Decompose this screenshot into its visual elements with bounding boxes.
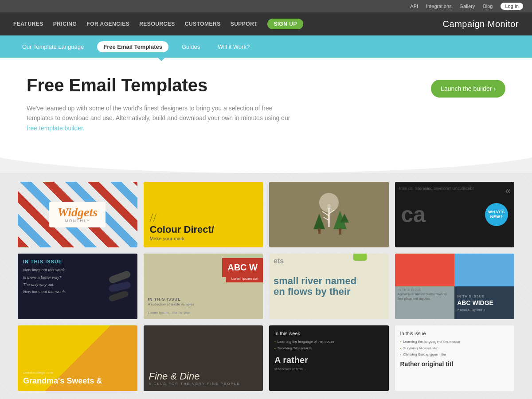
- brand-logo: Campaign Monitor: [443, 19, 519, 29]
- thisweek-item-1: •Learning the language of the moose: [274, 339, 383, 345]
- dark-letter: ca: [401, 202, 426, 227]
- template-card-thisweek[interactable]: In this week •Learning the language of t…: [269, 325, 389, 391]
- colour-subtitle: Make your mark: [150, 236, 257, 241]
- main-nav: FEATURES PRICING FOR AGENCIES RESOURCES …: [0, 12, 532, 35]
- templates-section: Widgets MONTHLY // Colour Direct/ Make y…: [0, 173, 532, 399]
- hero-section: Free Email Templates We've teamed up wit…: [0, 58, 532, 146]
- finedine-title: Fine & Dine: [149, 371, 258, 382]
- nav-customers[interactable]: CUSTOMERS: [185, 21, 221, 27]
- subnav-free-templates[interactable]: Free Email Templates: [97, 41, 168, 52]
- finedine-subtitle: A CLUB FOR THE VERY FINE PEOPLE: [149, 382, 258, 386]
- launch-builder-button[interactable]: Launch the builder ›: [431, 80, 505, 98]
- colour-quote: //: [150, 213, 257, 223]
- template-card-thisissue2[interactable]: In this issue •Learning the language of …: [395, 325, 515, 391]
- template-card-grandma[interactable]: sweetscollege.com Grandma's Sweets &: [18, 325, 137, 391]
- templates-row-2: IN THIS ISSUE New lines out this week. I…: [18, 254, 514, 319]
- thisweek-main: A rather: [274, 355, 383, 365]
- widgets-subtitle: MONTHLY: [57, 219, 98, 223]
- hero-text: Free Email Templates We've teamed up wit…: [27, 75, 293, 133]
- svg-marker-2: [313, 214, 325, 229]
- nav-agencies[interactable]: FOR AGENCIES: [86, 21, 129, 27]
- textile-lorem2: Lorem Ipsum... the far Wor: [148, 311, 259, 315]
- subnav-will-it-work[interactable]: Will it Work?: [213, 41, 254, 52]
- template-card-colour[interactable]: // Colour Direct/ Make your mark: [144, 182, 263, 247]
- nav-resources[interactable]: RESOURCES: [139, 21, 175, 27]
- gallery-link[interactable]: Gallery: [460, 4, 475, 9]
- template-card-abcwidget[interactable]: IN THIS ISSUE A small river named Duden …: [395, 254, 515, 319]
- hero-description: We've teamed up with some of the world's…: [27, 103, 293, 133]
- template-card-dark[interactable]: from us. Interested anymore? Unsubscribe…: [395, 182, 515, 247]
- sub-nav: Our Template Language Free Email Templat…: [0, 35, 532, 58]
- abc-lorem: Lorem ipsum dol: [226, 275, 263, 282]
- thisweek-lorem: Maecenas ut ferm...: [274, 367, 383, 371]
- abc-dark-block: IN THIS ISSUE ABC WIDGE A small r... by …: [454, 286, 514, 319]
- grandma-title: Grandma's Sweets &: [23, 376, 132, 386]
- river-green-tab: [353, 254, 367, 261]
- ti2-item-1: •Learning the language of the moose: [400, 339, 509, 345]
- abc-grey-block: IN THIS ISSUE A small river named Duden …: [395, 286, 455, 319]
- nav-pricing[interactable]: PRICING: [53, 21, 77, 27]
- whats-new-badge: WHAT'S NEW?: [485, 203, 508, 226]
- grandma-url: sweetscollege.com: [23, 371, 132, 375]
- blog-link[interactable]: Blog: [483, 4, 493, 9]
- dark-unsub-text: from us. Interested anymore? Unsubscribe: [399, 186, 475, 191]
- templates-row-3: sweetscollege.com Grandma's Sweets & Fin…: [18, 325, 514, 391]
- template-builder-link[interactable]: free template builder.: [27, 125, 85, 132]
- tree-svg: [302, 189, 356, 238]
- nav-features[interactable]: FEATURES: [13, 21, 43, 27]
- api-link[interactable]: API: [410, 4, 418, 9]
- abc-red-block: [395, 254, 455, 286]
- dark-arrows-icon: «: [505, 185, 511, 197]
- nature-tree: [302, 189, 356, 240]
- textile-collection: A collection of textile samples: [148, 302, 259, 306]
- abcwidget-iti: IN THIS ISSUE: [398, 288, 452, 291]
- ti2-header: In this issue: [400, 331, 509, 336]
- abcwidget-title: ABC WIDGE: [457, 299, 512, 306]
- ti2-title: Rather original titl: [400, 360, 509, 368]
- template-card-river[interactable]: ets small river named en flows by their: [269, 254, 389, 319]
- abc-blue-block: [454, 254, 514, 286]
- colour-title: Colour Direct/: [150, 224, 257, 235]
- nav-links: FEATURES PRICING FOR AGENCIES RESOURCES …: [13, 19, 303, 29]
- river-top-text: ets: [274, 257, 284, 265]
- widgets-inner: Widgets MONTHLY: [49, 202, 106, 227]
- widgets-title: Widgets: [57, 206, 98, 219]
- ti2-item-2: •Surviving 'Mosselukta': [400, 345, 509, 352]
- abcwidget-iti-small: IN THIS ISSUE: [457, 294, 512, 298]
- page-title: Free Email Templates: [27, 75, 293, 95]
- login-button[interactable]: Log In: [501, 3, 523, 10]
- signup-button[interactable]: SIGN UP: [267, 19, 303, 29]
- templates-row-1: Widgets MONTHLY // Colour Direct/ Make y…: [18, 182, 514, 247]
- template-card-textile[interactable]: ABC W Lorem ipsum dol IN THIS ISSUE A co…: [144, 254, 263, 319]
- wave-divider: [0, 146, 532, 173]
- top-bar: API Integrations Gallery Blog Log In: [0, 0, 532, 12]
- river-title: small river named en flows by their: [274, 276, 384, 297]
- abcwidget-items: A small river named Duden flows by their…: [398, 292, 452, 301]
- thisweek-item-2: •Surviving 'Mosselukta': [274, 345, 383, 352]
- template-card-inthisissue[interactable]: IN THIS ISSUE New lines out this week. I…: [18, 254, 137, 319]
- ti2-items: •Learning the language of the moose •Sur…: [400, 339, 509, 358]
- thisweek-header: In this week: [274, 331, 383, 336]
- subnav-template-language[interactable]: Our Template Language: [18, 41, 88, 52]
- svg-point-12: [327, 204, 331, 208]
- abc-label: ABC W: [222, 258, 263, 277]
- integrations-link[interactable]: Integrations: [426, 4, 451, 9]
- textile-iti: IN THIS ISSUE A collection of textile sa…: [148, 297, 259, 315]
- svg-rect-3: [318, 228, 321, 234]
- svg-rect-5: [339, 228, 341, 235]
- subnav-guides[interactable]: Guides: [177, 41, 204, 52]
- nav-support[interactable]: SUPPORT: [231, 21, 258, 27]
- template-card-finedine[interactable]: Fine & Dine A CLUB FOR THE VERY FINE PEO…: [144, 325, 263, 391]
- thisweek-items: •Learning the language of the moose •Sur…: [274, 339, 383, 352]
- template-card-widgets[interactable]: Widgets MONTHLY: [18, 182, 137, 247]
- skateboard-decoration: [109, 258, 133, 315]
- template-card-nature[interactable]: [269, 182, 389, 247]
- ti2-item-3: •Climbing Galdapiggen - the: [400, 352, 509, 358]
- abcwidget-small: A small r... by their p: [457, 308, 512, 311]
